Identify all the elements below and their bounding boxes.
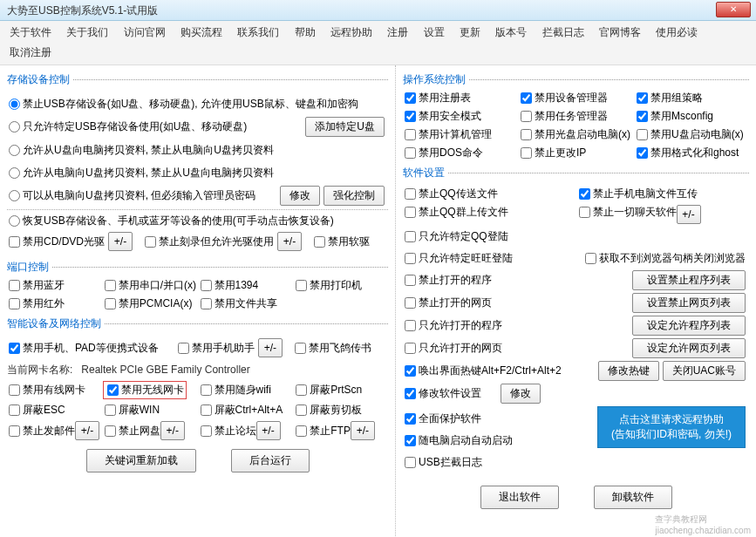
menu-help[interactable]: 帮助	[289, 23, 322, 43]
btn-allowpage[interactable]: 设定允许网页列表	[632, 338, 746, 358]
menu-blog[interactable]: 官网博客	[593, 23, 647, 43]
cb-config[interactable]: 修改软件设置	[403, 386, 481, 401]
cb-msconfig[interactable]: 禁用Msconfig	[635, 109, 749, 124]
cb-esc[interactable]: 屏蔽ESC	[7, 403, 65, 418]
bbs-toggle[interactable]: +/-	[256, 421, 281, 440]
cb-dos[interactable]: 禁用DOS命令	[403, 146, 517, 160]
cb-safe[interactable]: 禁用安全模式	[403, 109, 517, 124]
cb-qqfile[interactable]: 禁止QQ传送文件	[403, 187, 576, 201]
cb-protectall[interactable]: 全面保护软件	[403, 411, 481, 426]
cb-log[interactable]: USB拦截日志	[403, 455, 482, 470]
cb-devmgr[interactable]: 禁用设备管理器	[519, 91, 633, 105]
cb-noclose[interactable]: 获取不到浏览器句柄关闭浏览器	[583, 251, 746, 266]
cb-ip[interactable]: 禁止更改IP	[519, 146, 633, 160]
cb-gpol[interactable]: 禁用组策略	[635, 91, 749, 105]
net-value: Realtek PCIe GBE Family Controller	[81, 364, 249, 376]
add-usb-button[interactable]: 添加特定U盘	[305, 117, 385, 137]
cb-hotkey[interactable]: 唤出界面热键Alt+F2/Ctrl+Alt+2	[403, 364, 562, 378]
btn-uac[interactable]: 关闭UAC账号	[663, 361, 746, 381]
cb-usbboot[interactable]: 禁用U盘启动电脑(x)	[635, 127, 749, 142]
cb-qqgroup[interactable]: 禁止QQ群上传文件	[403, 205, 508, 220]
cb-book[interactable]: 禁用飞鸽传书	[293, 341, 371, 356]
radio-allow-specific[interactable]: 只允许特定USB存储设备使用(如U盘、移动硬盘)	[7, 119, 247, 134]
cb-phonepc[interactable]: 禁止手机电脑文件互传	[577, 187, 750, 201]
cb-allowpage[interactable]: 只允许打开的网页	[403, 341, 502, 356]
cb-clip[interactable]: 屏蔽剪切板	[294, 403, 362, 418]
menu-about-sw[interactable]: 关于软件	[3, 23, 58, 43]
cb-ir[interactable]: 禁用红外	[7, 296, 65, 311]
btn-config[interactable]: 修改	[501, 384, 541, 404]
cb-ctrlalta[interactable]: 屏蔽Ctrl+Alt+A	[199, 403, 283, 418]
cb-netdisk[interactable]: 禁止网盘	[103, 424, 160, 438]
radio-restore[interactable]: 恢复USB存储设备、手机或蓝牙等设备的使用(可手动点击恢复设备)	[7, 214, 334, 228]
cb-onlyqq[interactable]: 只允许特定QQ登陆	[403, 229, 508, 244]
menu-settings[interactable]: 设置	[418, 23, 451, 43]
cb-cddvd[interactable]: 禁用CD/DVD光驱	[7, 235, 105, 249]
cb-mail[interactable]: 禁止发邮件	[7, 424, 75, 438]
menu-version[interactable]: 版本号	[489, 23, 533, 43]
cb-cdboot[interactable]: 禁用光盘启动电脑(x)	[519, 127, 633, 142]
menu-website[interactable]: 访问官网	[118, 23, 172, 43]
cb-printer[interactable]: 禁用打印机	[294, 278, 362, 293]
remote-help-box[interactable]: 点击这里请求远程协助 (告知我们ID和密码, 勿关!)	[597, 406, 746, 448]
cb-compmgr[interactable]: 禁用计算机管理	[403, 127, 517, 142]
cb-bbs[interactable]: 禁止论坛	[199, 424, 256, 438]
burn-toggle[interactable]: +/-	[277, 232, 302, 251]
cb-floppy[interactable]: 禁用软驱	[312, 235, 370, 249]
cb-phone[interactable]: 禁用手机、PAD等便携式设备	[7, 341, 159, 356]
modify-button[interactable]: 修改	[280, 186, 320, 206]
menu-mustread[interactable]: 使用必读	[650, 23, 704, 43]
cb-onlyww[interactable]: 只允许特定旺旺登陆	[403, 251, 513, 266]
bg-button[interactable]: 后台运行	[231, 449, 310, 472]
cb-adhoc[interactable]: 禁用随身wifi	[199, 383, 271, 398]
radio-pwd-copy[interactable]: 可以从电脑向U盘拷贝资料, 但必须输入管理员密码	[7, 188, 255, 203]
menu-buy[interactable]: 购买流程	[174, 23, 228, 43]
cb-win[interactable]: 屏蔽WIN	[103, 403, 160, 418]
cb-task[interactable]: 禁用任务管理器	[519, 109, 633, 124]
netdisk-toggle[interactable]: +/-	[160, 421, 185, 440]
cb-wired[interactable]: 禁用有线网卡	[7, 383, 85, 398]
cb-burn[interactable]: 禁止刻录但允许光驱使用	[143, 235, 274, 249]
btn-hotkey[interactable]: 修改热键	[598, 361, 659, 381]
watermark: 查字典教程网jiaocheng.chazidian.com	[655, 513, 751, 535]
cb-helper[interactable]: 禁用手机助手	[176, 341, 255, 356]
btn-blockpage[interactable]: 设置禁止网页列表	[632, 293, 746, 313]
reload-button[interactable]: 关键词重新加载	[86, 449, 196, 472]
cb-blockprog[interactable]: 禁止打开的程序	[403, 273, 492, 288]
menu-register[interactable]: 注册	[381, 23, 414, 43]
close-icon[interactable]: ✕	[716, 2, 751, 17]
cb-blockpage[interactable]: 禁止打开的网页	[403, 296, 492, 310]
btn-blockprog[interactable]: 设置禁止程序列表	[632, 270, 746, 290]
radio-allow-pc2u[interactable]: 允许从电脑向U盘拷贝资料, 禁止从U盘向电脑拷贝资料	[7, 166, 274, 180]
cb-ghost[interactable]: 禁用格式化和ghost	[635, 146, 749, 160]
menu-remote[interactable]: 远程协助	[324, 23, 378, 43]
mail-toggle[interactable]: +/-	[75, 421, 99, 440]
helper-toggle[interactable]: +/-	[258, 338, 283, 357]
ftp-toggle[interactable]: +/-	[351, 421, 375, 440]
chat-toggle[interactable]: +/-	[677, 205, 701, 224]
cb-bluetooth[interactable]: 禁用蓝牙	[7, 278, 65, 293]
cb-oneone[interactable]: 禁止一切聊天软件	[577, 205, 677, 220]
cb-ftp[interactable]: 禁止FTP	[294, 424, 351, 438]
radio-allow-u2pc[interactable]: 允许从U盘向电脑拷贝资料, 禁止从电脑向U盘拷贝资料	[7, 143, 274, 158]
cb-wifi[interactable]: 禁用无线网卡	[103, 381, 187, 399]
radio-block-usb[interactable]: 禁止USB存储设备(如U盘、移动硬盘), 允许使用USB鼠标、键盘和加密狗	[7, 97, 358, 112]
cb-autostart[interactable]: 随电脑启动自动启动	[403, 433, 513, 448]
unload-button[interactable]: 卸载软件	[594, 486, 672, 509]
cb-serial[interactable]: 禁用串口/并口(x)	[103, 278, 196, 293]
menu-unregister[interactable]: 取消注册	[3, 43, 58, 63]
cb-1394[interactable]: 禁用1394	[199, 278, 259, 293]
menu-update[interactable]: 更新	[453, 23, 487, 43]
cb-pcmcia[interactable]: 禁用PCMCIA(x)	[103, 296, 193, 311]
menu-contact[interactable]: 联系我们	[231, 23, 285, 43]
cb-share[interactable]: 禁用文件共享	[199, 296, 277, 311]
cb-prtscn[interactable]: 屏蔽PrtScn	[294, 383, 362, 398]
exit-button[interactable]: 退出软件	[480, 486, 559, 509]
btn-allowprog[interactable]: 设定允许程序列表	[632, 316, 746, 336]
force-button[interactable]: 强化控制	[324, 186, 385, 206]
cddvd-toggle[interactable]: +/-	[108, 232, 133, 251]
menu-about-us[interactable]: 关于我们	[60, 23, 114, 43]
menu-log[interactable]: 拦截日志	[536, 23, 590, 43]
cb-reg[interactable]: 禁用注册表	[403, 91, 517, 105]
cb-allowprog[interactable]: 只允许打开的程序	[403, 318, 502, 333]
